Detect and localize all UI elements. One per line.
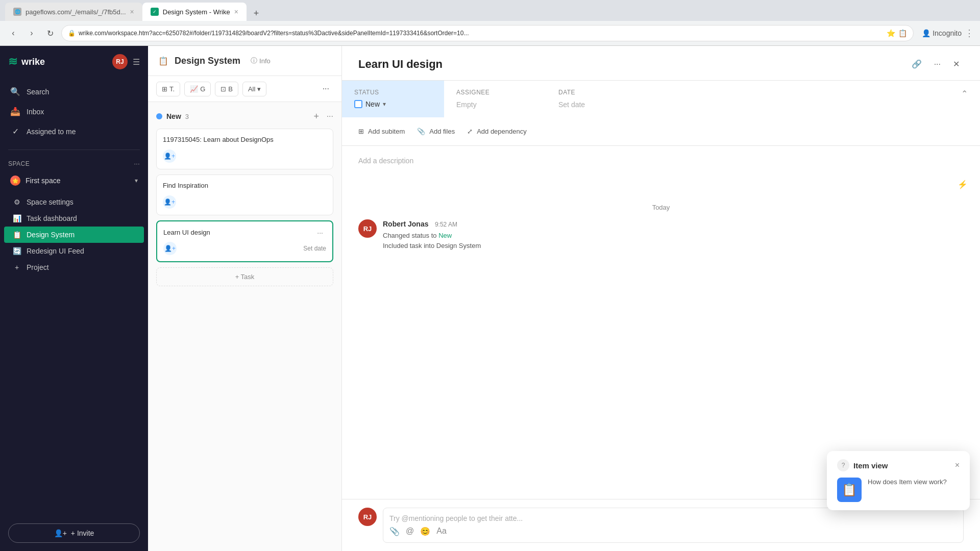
sidebar-assigned-label: Assigned to me (27, 128, 76, 136)
activity-time-1: 9:52 AM (435, 221, 457, 228)
date-value: Set date (558, 100, 636, 109)
close-panel-button[interactable]: ✕ (949, 56, 964, 72)
browser-chrome: 🌐 pageflows.com/_/emails/_/7fb5d... × ✓ … (0, 0, 980, 46)
filter-button[interactable]: All ▾ (242, 82, 266, 96)
more-options-button[interactable]: ··· (930, 57, 945, 72)
gantt-view-button[interactable]: 📈 G (184, 82, 211, 96)
task2-assign-button[interactable]: 👤+ (163, 195, 176, 209)
sidebar-item-inbox[interactable]: 📥 Inbox (0, 102, 148, 121)
task3-date[interactable]: Set date (303, 245, 326, 252)
new-tab-button[interactable]: + (249, 6, 264, 21)
filter-chevron-icon: ▾ (257, 85, 261, 93)
first-space-item[interactable]: 🌟 First space ▾ (8, 171, 140, 190)
refresh-button[interactable]: ↻ (43, 26, 57, 40)
space-more-button[interactable]: ··· (134, 160, 140, 167)
browser-nav: ‹ › ↻ 🔒 wrike.com/workspace.htm?acc=6250… (0, 21, 980, 45)
space-settings-label: Space settings (27, 198, 74, 206)
emoji-tool[interactable]: 😊 (420, 527, 430, 536)
task3-assign-button[interactable]: 👤+ (163, 242, 177, 255)
board-header: 📋 Design System ⓘ Info (148, 46, 341, 76)
sidebar-item-search[interactable]: 🔍 Search (0, 82, 148, 102)
attachment-tool[interactable]: 📎 (389, 527, 400, 536)
back-button[interactable]: ‹ (6, 26, 20, 40)
sidebar-item-design-system[interactable]: 📋 Design System (4, 227, 144, 243)
status-selector[interactable]: New ▾ (354, 100, 432, 108)
task1-assign-button[interactable]: 👤+ (163, 149, 176, 163)
assignee-section: Assignee Empty (444, 81, 546, 117)
task1-footer: 👤+ (163, 149, 327, 163)
mention-tool[interactable]: @ (406, 527, 414, 536)
search-icon: 🔍 (10, 87, 20, 96)
board-columns: New 3 + ··· 1197315045: Learn about Desi… (148, 102, 341, 551)
space-chevron-icon: ▾ (135, 177, 138, 184)
format-tool[interactable]: Aa (436, 527, 447, 536)
task-detail-title: Learn UI design (358, 58, 908, 71)
popup-close-button[interactable]: × (955, 461, 960, 470)
add-task-button[interactable]: + Task (156, 267, 333, 286)
add-subitem-button[interactable]: ⊞ Add subitem (358, 126, 405, 137)
popup-description: How does Item view work? (868, 478, 947, 487)
sidebar-item-project[interactable]: + Project (4, 259, 144, 276)
sidebar-footer: 👤+ + Invite (0, 515, 148, 551)
sidebar-item-redesign[interactable]: 🔄 Redesign UI Feed (4, 243, 144, 259)
gantt-icon: 📈 (190, 85, 198, 93)
comment-input-area: Try @mentioning people to get their atte… (383, 508, 964, 543)
activity-filter-icon[interactable]: ⚡ (958, 180, 968, 189)
board-info-button[interactable]: ⓘ Info (247, 54, 275, 67)
files-icon: 📎 (417, 128, 425, 135)
date-section: Date Set date (546, 81, 648, 117)
link-button[interactable]: 🔗 (908, 56, 926, 72)
column-more-button[interactable]: ··· (327, 112, 333, 121)
date-set-button[interactable]: Set date (558, 101, 585, 109)
tab2-close[interactable]: × (234, 8, 238, 16)
task-card-2[interactable]: Find Inspiration 👤+ (156, 174, 333, 215)
tab-1[interactable]: 🌐 pageflows.com/_/emails/_/7fb5d... × (5, 3, 142, 21)
info-label: Info (259, 57, 271, 65)
activity-link[interactable]: New (438, 232, 452, 239)
sidebar-collapse-button[interactable]: ☰ (133, 57, 140, 67)
new-status-dot (156, 113, 162, 119)
sidebar-item-task-dashboard[interactable]: 📊 Task dashboard (4, 210, 144, 227)
board-label: B (228, 85, 233, 93)
forward-button[interactable]: › (24, 26, 39, 40)
table-view-button[interactable]: ⊞ T. (156, 82, 180, 96)
space-name: First space (26, 177, 60, 185)
project-label: Project (27, 263, 49, 271)
comment-placeholder[interactable]: Try @mentioning people to get their atte… (389, 514, 957, 522)
avatar: RJ (112, 54, 128, 69)
description-placeholder[interactable]: Add a description (358, 157, 413, 165)
task-detail-actions: 🔗 ··· ✕ (908, 56, 964, 72)
activity-date: Today (358, 204, 964, 211)
task-card-1[interactable]: 1197315045: Learn about DesignOps 👤+ (156, 129, 333, 169)
sidebar-space-section: Space ··· 🌟 First space ▾ (0, 154, 148, 194)
sidebar-item-assigned[interactable]: ✓ Assigned to me (0, 121, 148, 141)
add-task-label: + Task (235, 273, 255, 281)
board-view-button[interactable]: ⊡ B (215, 82, 238, 96)
space-icon: 🌟 (10, 176, 20, 186)
inbox-icon: 📥 (10, 107, 20, 116)
sidebar-item-space-settings[interactable]: ⚙ Space settings (4, 194, 144, 210)
toolbar-more-button[interactable]: ··· (318, 81, 333, 96)
popup-icon: 📋 (837, 478, 862, 502)
task3-more-button[interactable]: ··· (314, 228, 326, 238)
status-text: New (365, 100, 380, 108)
design-system-label: Design System (27, 231, 75, 239)
column-add-button[interactable]: + (310, 110, 323, 122)
assigned-icon: ✓ (10, 127, 20, 136)
popup-title: Item view (853, 461, 888, 470)
tab1-close[interactable]: × (130, 8, 134, 16)
add-files-button[interactable]: 📎 Add files (417, 126, 455, 137)
collapse-button[interactable]: ⌃ (949, 81, 980, 117)
dependency-label: Add dependency (477, 128, 527, 135)
sidebar-header: ≋ wrike RJ ☰ (0, 46, 148, 78)
sidebar-divider (8, 149, 140, 150)
tab-2[interactable]: ✓ Design System - Wrike × (142, 3, 247, 21)
activity-content-1: Robert Jonas 9:52 AM Changed status to N… (383, 219, 964, 251)
add-dependency-button[interactable]: ⤢ Add dependency (467, 126, 527, 137)
invite-button[interactable]: 👤+ + Invite (8, 523, 140, 543)
assignee-value: Empty (456, 100, 534, 109)
task-card-3[interactable]: Learn UI design ··· 👤+ Set date (156, 220, 333, 262)
table-icon: ⊞ (162, 85, 167, 93)
address-bar[interactable]: 🔒 wrike.com/workspace.htm?acc=6250782#/f… (61, 25, 914, 41)
status-value-area: New ▾ (354, 100, 432, 108)
